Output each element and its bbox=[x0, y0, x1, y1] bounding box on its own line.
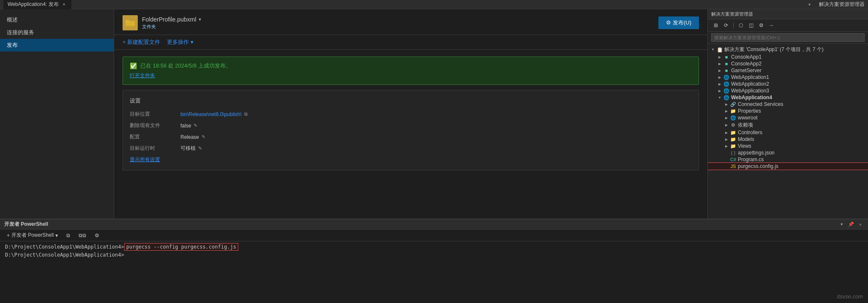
deps-icon: ⚙ bbox=[730, 122, 737, 128]
consoleapp1-icon: ■ bbox=[723, 54, 730, 60]
sidebar-item-connected-services[interactable]: 连接的服务 bbox=[0, 26, 114, 39]
profile-dropdown-btn[interactable]: ▾ bbox=[199, 16, 201, 22]
success-title: ✅ 已在 18:56 处 2024/5/8 上成功发布。 bbox=[130, 62, 692, 70]
properties-folder-icon: 📁 bbox=[730, 108, 737, 114]
connected-services-icon: 🔗 bbox=[730, 102, 737, 107]
tree-item-purgecss-config[interactable]: ▶ JS purgecss.config.js bbox=[708, 163, 868, 170]
garnetserver-icon: ■ bbox=[723, 68, 730, 73]
terminal-line-2: D:\Project\ConsoleApp1\WebApplication4> bbox=[5, 251, 863, 259]
panel-minimize-btn[interactable]: ▾ bbox=[838, 221, 845, 228]
views-folder-icon: 📁 bbox=[730, 143, 737, 149]
open-folder-link[interactable]: 打开文件夹 bbox=[130, 73, 155, 78]
tree-item-connected-services[interactable]: ▶ 🔗 Connected Services bbox=[708, 101, 868, 108]
settings-title: 设置 bbox=[130, 97, 692, 105]
se-tree: ▼ 📋 解决方案 'ConsoleApp1' (7 个项目，共 7 个) ▶ ■… bbox=[708, 44, 868, 219]
tree-item-appsettings[interactable]: ▶ { } appsettings.json bbox=[708, 149, 868, 156]
tree-item-webapp3[interactable]: ▶ 🌐 WebApplication3 bbox=[708, 87, 868, 94]
more-actions-button[interactable]: 更多操作 ▾ bbox=[167, 38, 194, 46]
solution-explorer-title-bar: 解决方案资源管理器 bbox=[819, 1, 865, 8]
copy-btn-1[interactable]: ⧉ bbox=[64, 232, 73, 239]
tree-arrow-deps: ▶ bbox=[723, 123, 730, 127]
target-location-value[interactable]: bin\Release\net8.0\publish\ bbox=[180, 111, 242, 117]
tree-item-controllers[interactable]: ▶ 📁 Controllers bbox=[708, 129, 868, 136]
publish-header: FolderProfile.pubxml ▾ 文件夹 ⚙ 发布(U) bbox=[114, 9, 707, 35]
terminal-settings-btn[interactable]: ⚙ bbox=[92, 232, 102, 239]
edit-icon-target-runtime[interactable]: ✎ bbox=[198, 146, 202, 151]
new-terminal-btn[interactable]: + 开发者 PowerShell ▾ bbox=[4, 231, 60, 240]
title-bar: WebApplication4: 发布 × ▾ 解决方案资源管理器 bbox=[0, 0, 868, 9]
se-toolbar-btn-sync[interactable]: ⊞ bbox=[711, 21, 721, 30]
copy-icon[interactable]: ⧉ bbox=[244, 111, 248, 117]
tree-item-views[interactable]: ▶ 📁 Views bbox=[708, 143, 868, 149]
tree-arrow-wwwroot: ▶ bbox=[723, 116, 730, 120]
title-bar-right: ▾ 解决方案资源管理器 bbox=[808, 1, 865, 8]
publish-header-left: FolderProfile.pubxml ▾ 文件夹 bbox=[123, 15, 201, 30]
se-toolbar-btn-arrow[interactable]: → bbox=[767, 21, 776, 30]
configuration-value: Release bbox=[180, 134, 199, 140]
terminal-prompt-2: D:\Project\ConsoleApp1\WebApplication4> bbox=[5, 252, 124, 258]
solution-explorer-header: 解决方案资源管理器 bbox=[708, 9, 868, 19]
solution-explorer-title: 解决方案资源管理器 bbox=[711, 11, 753, 17]
edit-icon-configuration[interactable]: ✎ bbox=[202, 134, 205, 140]
se-toolbar-btn-filter[interactable]: ⚙ bbox=[756, 21, 766, 30]
bottom-panel-toolbar: + 开发者 PowerShell ▾ ⧉ ⧉⧉ ⚙ bbox=[0, 230, 868, 241]
se-toolbar-btn-view[interactable]: ◫ bbox=[746, 21, 756, 30]
sidebar-item-overview[interactable]: 概述 bbox=[0, 14, 114, 26]
panel-pin-btn[interactable]: 📌 bbox=[848, 221, 854, 228]
tree-item-consoleapp1[interactable]: ▶ ■ ConsoleApp1 bbox=[708, 54, 868, 60]
publish-button[interactable]: ⚙ 发布(U) bbox=[658, 16, 699, 29]
program-cs-icon: C# bbox=[730, 157, 737, 162]
tree-item-webapp4[interactable]: ▼ 🌐 WebApplication4 bbox=[708, 94, 868, 101]
tree-arrow-models: ▶ bbox=[723, 138, 730, 141]
tree-item-solution[interactable]: ▼ 📋 解决方案 'ConsoleApp1' (7 个项目，共 7 个) bbox=[708, 46, 868, 54]
bottom-panel: 开发者 PowerShell ▾ 📌 × + 开发者 PowerShell ▾ … bbox=[0, 219, 868, 303]
tree-item-webapp1[interactable]: ▶ 🌐 WebApplication1 bbox=[708, 74, 868, 81]
tree-item-garnetserver[interactable]: ▶ ■ GarnetServer bbox=[708, 67, 868, 74]
settings-row-target-location: 目标位置 bin\Release\net8.0\publish\ ⧉ bbox=[130, 111, 692, 118]
tree-item-consoleapp2[interactable]: ▶ ■ ConsoleApp2 bbox=[708, 60, 868, 67]
toolbar-divider bbox=[733, 22, 734, 28]
tree-item-models[interactable]: ▶ 📁 Models bbox=[708, 136, 868, 143]
se-search-input[interactable] bbox=[711, 33, 865, 42]
models-folder-icon: 📁 bbox=[730, 137, 737, 142]
tree-arrow-properties: ▶ bbox=[723, 109, 730, 113]
se-toolbar-btn-refresh[interactable]: ⟳ bbox=[721, 21, 731, 30]
tree-arrow-webapp1: ▶ bbox=[716, 76, 723, 79]
editor-tab[interactable]: WebApplication4: 发布 × bbox=[3, 0, 71, 9]
settings-section: 设置 目标位置 bin\Release\net8.0\publish\ ⧉ 删除… bbox=[123, 90, 699, 170]
terminal-content: D:\Project\ConsoleApp1\WebApplication4>p… bbox=[0, 241, 868, 303]
tree-arrow-garnetserver: ▶ bbox=[716, 69, 723, 73]
consoleapp2-icon: ■ bbox=[723, 61, 730, 66]
solution-explorer: 解决方案资源管理器 ⊞ ⟳ ⬡ ◫ ⚙ → ▼ 📋 解决方案 'ConsoleA… bbox=[707, 9, 868, 219]
appsettings-icon: { } bbox=[730, 150, 737, 155]
sidebar-item-publish[interactable]: 发布 bbox=[0, 39, 114, 51]
panel-close-btn[interactable]: × bbox=[857, 221, 864, 228]
show-all-settings-link[interactable]: 显示所有设置 bbox=[130, 157, 160, 162]
se-toolbar-btn-collapse[interactable]: ⬡ bbox=[736, 21, 745, 30]
tree-item-deps[interactable]: ▶ ⚙ 依赖项 bbox=[708, 121, 868, 129]
settings-row-delete-existing: 删除现有文件 false ✎ bbox=[130, 122, 692, 129]
edit-icon-delete-existing[interactable]: ✎ bbox=[194, 123, 197, 128]
tree-item-properties[interactable]: ▶ 📁 Properties bbox=[708, 108, 868, 114]
tab-close-button[interactable]: × bbox=[61, 2, 67, 8]
terminal-dropdown-arrow-icon: ▾ bbox=[55, 233, 58, 238]
dropdown-arrow-icon[interactable]: ▾ bbox=[808, 2, 811, 7]
webapp4-icon: 🌐 bbox=[723, 95, 730, 100]
tree-arrow-webapp2: ▶ bbox=[716, 82, 723, 86]
copy-btn-2[interactable]: ⧉⧉ bbox=[76, 232, 89, 239]
publish-toolbar: + 新建配置文件 更多操作 ▾ bbox=[114, 35, 707, 50]
publish-content: FolderProfile.pubxml ▾ 文件夹 ⚙ 发布(U) + 新建配… bbox=[114, 9, 707, 219]
new-config-button[interactable]: + 新建配置文件 bbox=[123, 38, 160, 46]
solution-icon: 📋 bbox=[716, 47, 723, 53]
webapp2-icon: 🌐 bbox=[723, 81, 730, 87]
tree-item-wwwroot[interactable]: ▶ 🌐 wwwroot bbox=[708, 114, 868, 121]
terminal-line-1: D:\Project\ConsoleApp1\WebApplication4>p… bbox=[5, 243, 863, 251]
bottom-panel-header: 开发者 PowerShell ▾ 📌 × bbox=[0, 219, 868, 230]
tree-arrow-views: ▶ bbox=[723, 144, 730, 148]
purgecss-config-icon: JS bbox=[730, 164, 737, 169]
tree-item-program-cs[interactable]: ▶ C# Program.cs bbox=[708, 156, 868, 163]
terminal-prompt-1: D:\Project\ConsoleApp1\WebApplication4> bbox=[5, 244, 124, 250]
webapp1-icon: 🌐 bbox=[723, 75, 730, 80]
tree-item-webapp2[interactable]: ▶ 🌐 WebApplication2 bbox=[708, 81, 868, 87]
tree-arrow-solution: ▼ bbox=[710, 48, 716, 51]
